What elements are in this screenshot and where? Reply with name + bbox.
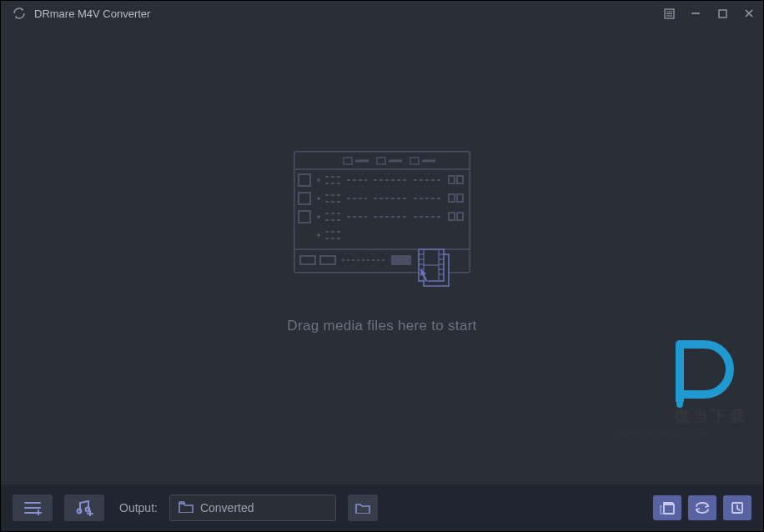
svg-point-17 [317,178,320,182]
svg-rect-11 [377,158,385,164]
svg-rect-42 [457,213,463,220]
app-title: DRmare M4V Converter [34,8,150,20]
minimize-icon[interactable] [690,8,701,19]
svg-rect-9 [344,158,352,164]
svg-rect-25 [299,193,310,204]
folder-icon [178,501,194,515]
svg-rect-47 [300,256,315,264]
app-logo-icon [13,7,26,20]
output-folder-value: Converted [200,501,254,514]
playlist-button[interactable] [13,494,53,521]
svg-rect-32 [449,194,455,202]
svg-rect-41 [449,213,455,220]
titlebar: DRmare M4V Converter [1,1,763,26]
svg-rect-5 [719,10,726,18]
history-button[interactable] [723,495,751,520]
svg-rect-23 [449,176,455,183]
add-music-button[interactable] [64,494,104,521]
drop-illustration [294,151,470,294]
svg-rect-48 [320,256,335,264]
window-controls [663,8,755,19]
close-icon[interactable] [743,8,755,19]
maximize-icon[interactable] [716,8,728,19]
convert-button[interactable] [688,495,716,520]
svg-point-35 [317,215,320,218]
svg-rect-24 [457,176,463,183]
svg-rect-33 [457,194,463,202]
drop-stage[interactable]: Drag media files here to start 微当下载 WWW.… [1,26,763,484]
app-window: DRmare M4V Converter [0,0,764,532]
drop-hint-text: Drag media files here to start [287,318,476,334]
right-button-group [653,495,751,520]
svg-rect-50 [392,256,410,264]
svg-rect-13 [410,158,419,164]
browse-folder-button[interactable] [348,494,378,521]
watermark-url: WWW.WEIDOWN.COM [617,429,710,438]
output-label: Output: [119,501,158,514]
watermark-text: 微当下载 [675,406,748,426]
format-button[interactable] [653,495,681,520]
svg-rect-16 [299,174,310,186]
output-folder-box[interactable]: Converted [169,494,336,521]
svg-point-43 [317,233,320,237]
footer-toolbar: Output: Converted [1,484,763,531]
svg-rect-34 [299,211,310,223]
watermark-logo: 微当下载 WWW.WEIDOWN.COM [663,329,743,413]
menu-icon[interactable] [663,8,675,19]
svg-rect-77 [664,504,674,514]
svg-point-67 [676,401,683,408]
svg-point-26 [317,197,320,200]
